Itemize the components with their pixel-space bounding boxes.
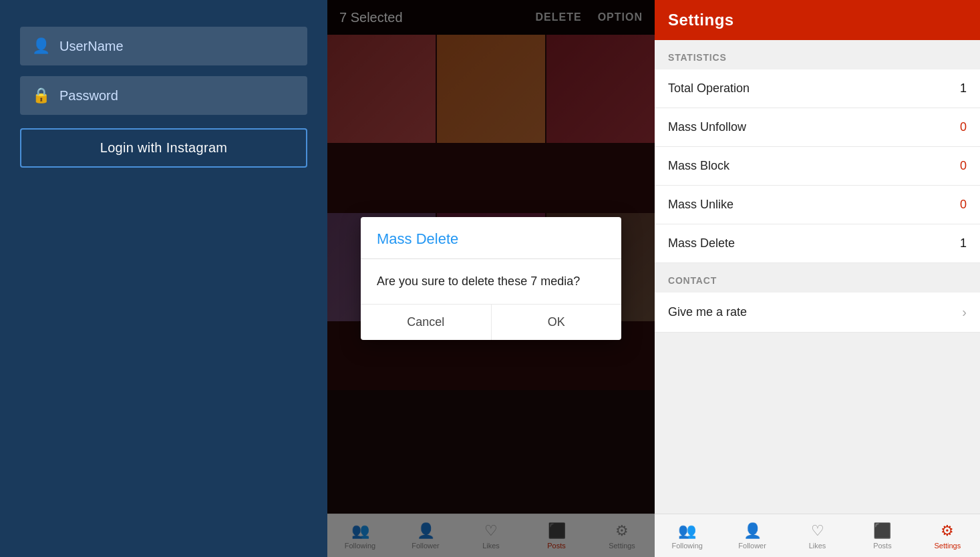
mass-unlike-label: Mass Unlike <box>668 198 733 212</box>
settings-nav-follower[interactable]: 👤 Follower <box>719 514 784 557</box>
dialog-cancel-button[interactable]: Cancel <box>361 305 491 340</box>
dialog-ok-button[interactable]: OK <box>491 305 622 340</box>
s-posts-label: Posts <box>873 542 892 550</box>
mass-unfollow-value: 0 <box>960 120 967 134</box>
mass-block-value: 0 <box>960 159 967 173</box>
posts-panel: 7 Selected DELETE OPTION <box>327 0 655 557</box>
row-total-operation[interactable]: Total Operation 1 <box>655 69 980 108</box>
password-field[interactable]: 🔒 Password <box>20 76 307 115</box>
mass-delete-value: 1 <box>960 236 967 250</box>
settings-title: Settings <box>668 11 734 29</box>
s-follower-label: Follower <box>738 542 766 550</box>
settings-nav-settings[interactable]: ⚙ Settings <box>915 514 980 557</box>
username-field[interactable]: 👤 UserName <box>20 27 307 65</box>
row-give-rate[interactable]: Give me a rate › <box>655 293 980 333</box>
s-following-label: Following <box>671 542 702 550</box>
row-mass-delete[interactable]: Mass Delete 1 <box>655 224 980 263</box>
mass-delete-label: Mass Delete <box>668 236 735 250</box>
s-settings-label: Settings <box>934 542 961 550</box>
give-rate-label: Give me a rate <box>668 305 747 319</box>
chevron-icon: › <box>962 305 967 320</box>
total-operation-value: 1 <box>960 81 967 96</box>
row-mass-unlike[interactable]: Mass Unlike 0 <box>655 186 980 224</box>
s-likes-icon: ♡ <box>811 522 824 540</box>
s-posts-icon: ⬛ <box>873 522 891 540</box>
dialog-overlay: Mass Delete Are you sure to delete these… <box>327 0 655 557</box>
s-settings-icon: ⚙ <box>941 522 954 540</box>
settings-nav-likes[interactable]: ♡ Likes <box>785 514 850 557</box>
username-placeholder: UserName <box>59 39 124 54</box>
mass-unlike-value: 0 <box>960 198 967 212</box>
settings-bottom-nav: 👥 Following 👤 Follower ♡ Likes ⬛ Posts ⚙… <box>655 514 980 557</box>
settings-panel: Settings STATISTICS Total Operation 1 Ma… <box>655 0 980 557</box>
contact-section-header: CONTACT <box>655 263 980 293</box>
dialog-title: Mass Delete <box>361 217 621 259</box>
login-panel: 👤 UserName 🔒 Password Login with Instagr… <box>0 0 327 557</box>
settings-nav-following[interactable]: 👥 Following <box>655 514 719 557</box>
s-likes-label: Likes <box>809 542 826 550</box>
mass-block-label: Mass Block <box>668 159 729 173</box>
row-mass-unfollow[interactable]: Mass Unfollow 0 <box>655 108 980 147</box>
dialog-actions: Cancel OK <box>361 304 621 340</box>
settings-header: Settings <box>655 0 980 40</box>
s-following-icon: 👥 <box>678 522 696 540</box>
total-operation-label: Total Operation <box>668 81 750 96</box>
dialog-box: Mass Delete Are you sure to delete these… <box>361 217 621 340</box>
s-follower-icon: 👤 <box>744 522 762 540</box>
row-mass-block[interactable]: Mass Block 0 <box>655 147 980 186</box>
statistics-section-header: STATISTICS <box>655 40 980 69</box>
dialog-body: Are you sure to delete these 7 media? <box>361 259 621 304</box>
lock-icon: 🔒 <box>32 87 50 104</box>
mass-unfollow-label: Mass Unfollow <box>668 120 746 134</box>
user-icon: 👤 <box>32 37 50 55</box>
login-button[interactable]: Login with Instagram <box>20 128 307 168</box>
password-placeholder: Password <box>59 88 118 104</box>
settings-content: STATISTICS Total Operation 1 Mass Unfoll… <box>655 40 980 514</box>
settings-nav-posts[interactable]: ⬛ Posts <box>850 514 915 557</box>
